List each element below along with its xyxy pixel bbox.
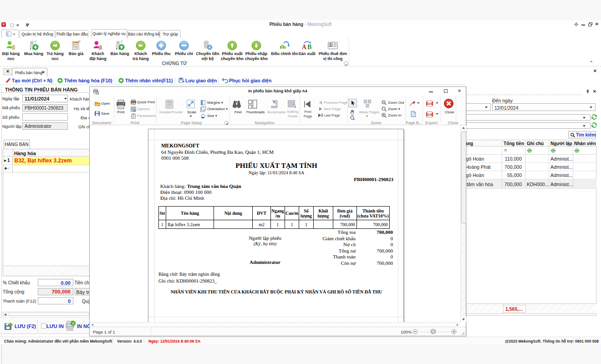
svg-text:?: ? — [132, 115, 134, 118]
svg-text:B: B — [307, 44, 311, 51]
svg-text:PDF: PDF — [428, 102, 432, 105]
svg-text:A: A — [302, 44, 307, 51]
svg-text:PDF: PDF — [428, 113, 432, 116]
svg-text:?: ? — [72, 322, 74, 326]
